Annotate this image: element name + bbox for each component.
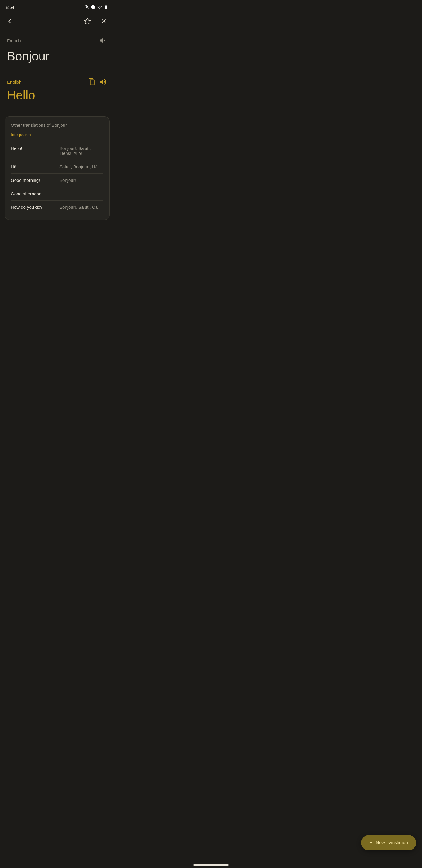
status-icons: [85, 5, 108, 9]
source-word: Bonjour: [7, 47, 107, 70]
copy-translation-button[interactable]: [88, 78, 96, 86]
other-translations-card: Other translations of Bonjour Interjecti…: [5, 116, 109, 220]
favorite-button[interactable]: [82, 15, 93, 27]
english-term-2: Hi!: [11, 164, 55, 169]
wifi-icon: [97, 5, 102, 9]
translation-row-1: Hello! Bonjour!, Salut!, Tiens!, Allô!: [11, 142, 103, 160]
translation-row-2: Hi! Salut!, Bonjour!, Hé!: [11, 160, 103, 174]
french-term-4: [60, 191, 103, 196]
status-time: 8:54: [6, 5, 14, 10]
translation-row-5: How do you do? Bonjour!, Salut!, Ca: [11, 200, 103, 214]
translation-language-row: English: [7, 78, 107, 86]
speak-source-button[interactable]: [99, 36, 107, 44]
english-term-3: Good morning!: [11, 178, 55, 183]
translation-row-3: Good morning! Bonjour!: [11, 174, 103, 187]
status-bar: 8:54: [0, 0, 114, 13]
translation-language-label: English: [7, 80, 22, 85]
notification-off-icon: [85, 5, 89, 9]
french-term-5: Bonjour!, Salut!, Ca: [60, 205, 103, 210]
svg-marker-0: [85, 18, 90, 24]
top-bar-actions: [82, 15, 109, 27]
top-bar: [0, 13, 114, 32]
battery-icon: [104, 5, 108, 9]
dnd-icon: [91, 5, 96, 9]
french-term-1: Bonjour!, Salut!, Tiens!, Allô!: [60, 146, 103, 156]
close-button[interactable]: [98, 15, 109, 27]
translation-word: Hello: [7, 86, 107, 110]
source-language-row: French: [7, 36, 107, 44]
english-term-1: Hello!: [11, 146, 55, 156]
english-term-4: Good afternoon!: [11, 191, 55, 196]
card-title: Other translations of Bonjour: [11, 123, 103, 128]
translation-row-4: Good afternoon!: [11, 187, 103, 200]
english-term-5: How do you do?: [11, 205, 55, 210]
french-term-3: Bonjour!: [60, 178, 103, 183]
translation-section: English Hello: [0, 73, 114, 112]
back-button[interactable]: [5, 15, 17, 27]
source-section: French Bonjour: [0, 32, 114, 73]
translation-action-icons: [88, 78, 107, 86]
source-language-label: French: [7, 38, 21, 43]
pos-label: Interjection: [11, 132, 103, 137]
french-term-2: Salut!, Bonjour!, Hé!: [60, 164, 103, 169]
speak-translation-button[interactable]: [99, 78, 107, 86]
